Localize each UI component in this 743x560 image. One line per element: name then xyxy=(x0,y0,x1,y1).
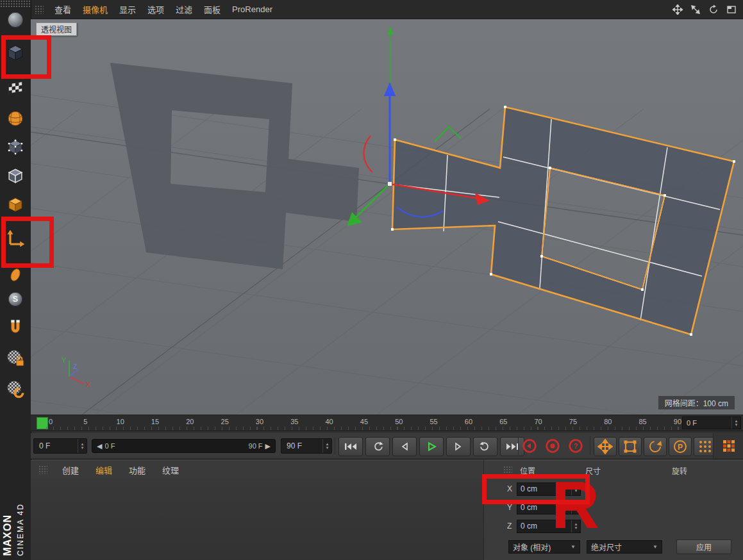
position-y-stepper[interactable]: ▲ ▼ xyxy=(571,502,580,514)
lock-workplane-icon[interactable] xyxy=(3,346,28,370)
size-mode-dropdown[interactable]: 绝对尺寸 ▼ xyxy=(587,540,662,554)
apply-button[interactable]: 应用 xyxy=(676,539,731,554)
material-menu: 创建 编辑 功能 纹理 xyxy=(31,461,483,479)
rotate-view-icon[interactable] xyxy=(708,4,719,15)
scale-tool-button[interactable] xyxy=(619,437,642,456)
selected-plane-object[interactable] xyxy=(391,106,735,336)
hud-y-label: Y xyxy=(62,356,67,364)
stepper-down-icon[interactable]: ▼ xyxy=(81,446,85,450)
position-y-row: Y 0 cm ▲ ▼ xyxy=(507,500,581,515)
stepper-down-icon[interactable]: ▼ xyxy=(735,423,739,427)
end-frame-stepper[interactable]: ▲ ▼ xyxy=(322,439,331,453)
frame-field-stepper[interactable]: ▲ ▼ xyxy=(731,417,740,429)
dolly-icon[interactable] xyxy=(690,4,701,15)
loop-button[interactable] xyxy=(473,437,497,456)
stepper-down-icon[interactable]: ▼ xyxy=(574,489,578,493)
menu-options[interactable]: 选项 xyxy=(142,3,170,15)
position-x-value: 0 cm xyxy=(517,484,571,493)
panel-grip[interactable] xyxy=(38,465,47,474)
gizmo-origin[interactable] xyxy=(388,182,392,186)
s-badge: S xyxy=(13,295,18,304)
menu-panel[interactable]: 面板 xyxy=(198,3,226,15)
position-z-input[interactable]: 0 cm ▲ ▼ xyxy=(517,520,581,533)
move-tool-button[interactable] xyxy=(594,437,617,456)
hud-z-label: Z xyxy=(73,363,78,370)
hud-x-label: X xyxy=(86,381,91,388)
goto-start-button[interactable] xyxy=(338,437,363,456)
play-button[interactable] xyxy=(419,437,444,456)
menu-create[interactable]: 创建 xyxy=(55,464,86,476)
next-frame-button[interactable] xyxy=(446,437,471,456)
stepper-down-icon[interactable]: ▼ xyxy=(574,507,578,511)
stepper-down-icon[interactable]: ▼ xyxy=(574,526,578,530)
tick: 5 xyxy=(81,418,90,425)
rotate-tool-button[interactable] xyxy=(644,437,667,456)
keyframe-selection-button[interactable]: ? xyxy=(567,437,585,455)
workplane-icon[interactable] xyxy=(3,377,28,401)
make-editable-icon[interactable] xyxy=(3,41,28,65)
prev-frame-button[interactable] xyxy=(392,437,417,456)
grid-spacing-label: 网格间距：100 cm xyxy=(658,396,735,409)
snap-icon[interactable] xyxy=(3,315,28,340)
point-mode-icon[interactable] xyxy=(3,135,28,160)
range-end-handle[interactable]: 90 F ▶ xyxy=(249,442,271,450)
polygon-mode-icon[interactable] xyxy=(3,193,28,217)
range-start-handle[interactable]: ◀ 0 F xyxy=(97,442,115,450)
play-mode-button[interactable] xyxy=(365,437,390,456)
current-frame-stepper[interactable]: ▲ ▼ xyxy=(78,439,87,453)
stepper-down-icon[interactable]: ▼ xyxy=(326,446,330,450)
object-mode-dropdown[interactable]: 对象 (相对) ▼ xyxy=(508,540,580,554)
perspective-viewport[interactable]: Y Z X 透视视图 网格间距：100 cm xyxy=(31,19,743,415)
toggle-view-icon[interactable] xyxy=(726,4,737,15)
layout-switch-area xyxy=(713,433,743,458)
tick: 55 xyxy=(430,418,438,425)
layout-button[interactable] xyxy=(722,439,736,453)
position-x-input[interactable]: 0 cm ▲ ▼ xyxy=(517,482,581,496)
menu-edit[interactable]: 编辑 xyxy=(88,464,119,476)
cinema4d-window: 查看 摄像机 显示 选项 过滤 面板 ProRender xyxy=(0,0,743,560)
sphere-icon[interactable] xyxy=(3,8,28,32)
menu-view[interactable]: 查看 xyxy=(49,3,77,15)
menu-function[interactable]: 功能 xyxy=(122,464,153,476)
position-y-input[interactable]: 0 cm ▲ ▼ xyxy=(517,501,581,515)
model-mode-icon[interactable] xyxy=(3,77,28,101)
texture-mode-icon[interactable] xyxy=(3,106,28,131)
tweak-mode-icon[interactable]: S xyxy=(3,287,28,311)
edge-mode-icon[interactable] xyxy=(3,164,28,188)
axis-mode-icon[interactable] xyxy=(3,227,28,251)
gizmo-z-axis[interactable] xyxy=(355,184,390,218)
menu-prorender[interactable]: ProRender xyxy=(226,4,278,14)
range-left-icon: ◀ xyxy=(97,442,102,450)
pan-icon[interactable] xyxy=(672,4,683,15)
timeline-ruler[interactable]: 0 5 10 15 20 25 30 35 40 45 50 55 60 65 … xyxy=(31,415,743,431)
plane-handle[interactable] xyxy=(435,127,461,142)
tick: 70 xyxy=(534,418,543,425)
tick: 30 xyxy=(255,418,264,425)
position-z-stepper[interactable]: ▲ ▼ xyxy=(571,520,580,532)
material-list-empty[interactable] xyxy=(31,479,483,560)
solo-mode-icon[interactable] xyxy=(3,263,28,287)
menu-texture[interactable]: 纹理 xyxy=(155,464,186,476)
end-frame-field[interactable]: 90 F ▲ ▼ xyxy=(281,438,332,454)
menubar-grip[interactable] xyxy=(35,5,44,14)
prorender-button[interactable]: P xyxy=(669,437,692,456)
end-frame-value: 90 F xyxy=(281,441,322,450)
position-x-stepper[interactable]: ▲ ▼ xyxy=(571,483,580,495)
toolbar-grip[interactable] xyxy=(0,0,31,8)
tick: 50 xyxy=(394,418,403,425)
current-frame-field[interactable]: 0 F ▲ ▼ xyxy=(33,438,87,454)
record-button[interactable] xyxy=(521,437,538,455)
panel-grip[interactable] xyxy=(503,466,512,475)
menu-camera[interactable]: 摄像机 xyxy=(77,3,113,15)
rotation-band-x[interactable] xyxy=(363,136,372,172)
timeline-frame-field[interactable]: 0 F ▲ ▼ xyxy=(682,416,741,429)
z-axis-label: Z xyxy=(507,522,513,531)
animation-toolbar: 0 F ▲ ▼ ◀ 0 F 90 F ▶ 90 F ▲ ▼ xyxy=(31,433,743,459)
viewport-3d-canvas[interactable]: Y Z X xyxy=(31,19,743,415)
playback-controls xyxy=(338,437,524,456)
menu-display[interactable]: 显示 xyxy=(113,3,142,15)
tick: 15 xyxy=(151,418,160,425)
autokey-button[interactable] xyxy=(544,437,562,455)
menu-filter[interactable]: 过滤 xyxy=(170,3,198,15)
frame-range-slider[interactable]: ◀ 0 F 90 F ▶ xyxy=(92,439,276,453)
